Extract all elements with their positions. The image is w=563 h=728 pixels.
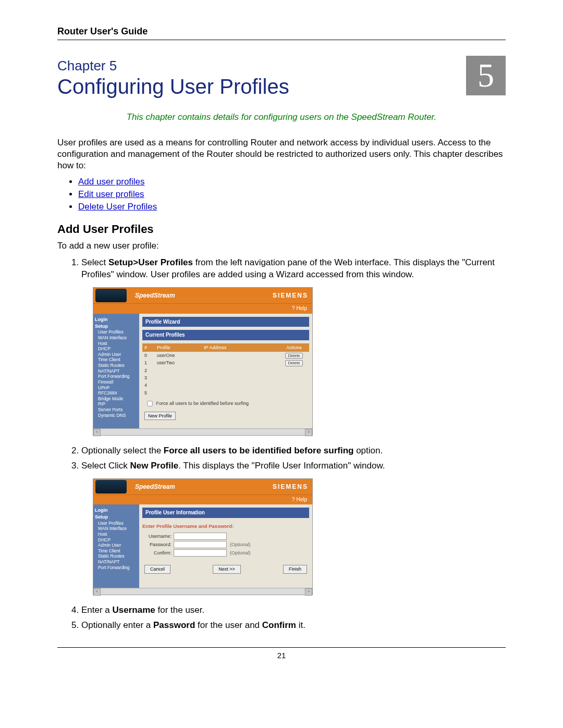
nav-item[interactable]: Server Ports [95,407,138,413]
step-4-bold: Username [113,605,155,615]
nav-item[interactable]: RIP [95,401,138,407]
step-1-bold: Setup>User Profiles [108,257,193,267]
nav-item[interactable]: Admin User [95,542,138,548]
table-row: 3 [142,374,309,381]
confirm-label: Confirm: [142,550,174,556]
delete-button[interactable]: Delete [285,353,302,359]
nav-item[interactable]: Port Forwarding [95,565,138,571]
router-device-icon [95,480,127,493]
password-row: Password: (Optional) [142,541,309,548]
password-input[interactable] [174,541,227,548]
nav-login[interactable]: Login [95,508,138,513]
col-ip: IP Address [204,344,281,351]
nav-item[interactable]: WAN Interface [95,335,138,341]
step-3-bold: New Profile [130,461,179,471]
chapter-number-badge: 5 [466,56,506,95]
intro-paragraph: User profiles are used as a means for co… [57,137,506,171]
scroll-right-icon[interactable]: > [305,429,312,436]
chapter-heading: Configuring User Profiles [57,75,289,98]
step-4-post: for the user. [155,605,205,615]
username-label: Username: [142,533,174,539]
toc-link-add[interactable]: Add user profiles [78,177,145,187]
table-row: 1 userTwo Delete [142,359,309,367]
footer-rule [57,647,506,648]
delete-button[interactable]: Delete [285,360,302,366]
left-nav: Login Setup User Profiles WAN Interface … [93,314,139,428]
nav-item[interactable]: Host [95,341,138,347]
cell-num: 1 [144,360,157,366]
new-profile-button[interactable]: New Profile [144,412,176,420]
nav-item[interactable]: Time Client [95,357,138,363]
nav-item[interactable]: Admin User [95,352,138,357]
cell-ip [204,360,281,366]
nav-item[interactable]: Host [95,532,138,537]
help-link[interactable]: ? Help [93,495,312,505]
step-5-pre: Optionally enter a [81,620,153,630]
nav-item[interactable]: Firewall [95,379,138,385]
next-button[interactable]: Next >> [213,565,241,573]
nav-item[interactable]: Static Routes [95,363,138,368]
cell-num: 5 [144,390,157,396]
section-lead: To add a new user profile: [57,240,506,252]
table-row: 0 userOne Delete [142,352,309,360]
scroll-left-icon[interactable]: < [93,429,101,436]
left-nav: Login Setup User Profiles WAN Interface … [93,504,139,588]
confirm-input[interactable] [174,549,227,557]
step-4-pre: Enter a [81,605,113,615]
nav-item[interactable]: Static Routes [95,553,138,559]
nav-item[interactable]: Time Client [95,548,138,554]
nav-item[interactable]: Port Forwarding [95,374,138,379]
cell-ip [204,352,281,359]
col-num: # [144,344,157,351]
table-row: 2 [142,367,309,374]
step-3-pre: Select Click [81,461,130,471]
scrollbar[interactable]: <> [93,428,312,435]
doc-header-title: Router User's Guide [57,26,506,37]
step-2-post: option. [353,446,383,455]
nav-login[interactable]: Login [95,317,138,323]
siemens-label: SIEMENS [273,483,308,491]
password-label: Password: [142,541,174,548]
nav-setup[interactable]: Setup [95,324,138,329]
current-profiles-bar: Current Profiles [142,330,309,340]
enter-label: Enter Profile Username and Password: [142,521,309,532]
nav-item[interactable]: DHCP [95,346,138,352]
nav-item[interactable]: Dynamic DNS [95,413,138,418]
username-input[interactable] [174,533,227,540]
table-row: 5 [142,389,309,397]
nav-item[interactable]: Bridge Mode [95,396,138,402]
nav-item[interactable]: UPnP [95,385,138,391]
scroll-right-icon[interactable]: > [305,588,312,596]
enter-hl: Username and Password [173,523,232,529]
cell-num: 4 [144,382,157,388]
scrollbar[interactable]: <> [93,588,312,595]
finish-button[interactable]: Finish [283,565,307,573]
nav-item[interactable]: User Profiles [95,329,138,335]
nav-item[interactable]: DHCP [95,537,138,543]
toc-link-edit[interactable]: Edit user profiles [78,189,144,199]
help-link[interactable]: ? Help [93,303,312,314]
profile-wizard-bar: Profile Wizard [142,317,309,327]
force-checkbox[interactable] [147,401,152,406]
nav-item[interactable]: WAN Interface [95,526,138,532]
step-1: Select Setup>User Profiles from the left… [81,257,506,435]
step-5-mid: for the user and [195,620,262,630]
cancel-button[interactable]: Cancel [144,565,170,573]
nav-item[interactable]: User Profiles [95,521,138,526]
toc-link-delete[interactable]: Delete User Profiles [78,202,157,212]
step-5-post: it. [296,620,305,630]
step-2-bold: Force all users to be identified before … [164,446,354,455]
enter-post: : [232,523,234,529]
cell-num: 3 [144,375,157,381]
table-row: 4 [142,381,309,389]
nav-item[interactable]: NAT/NAPT [95,368,138,374]
nav-setup[interactable]: Setup [95,514,138,520]
cell-profile: userOne [157,352,204,359]
nav-item[interactable]: RFC2684 [95,390,138,396]
confirm-row: Confirm: (Optional) [142,549,309,557]
step-2: Optionally select the Force all users to… [81,445,506,457]
scroll-left-icon[interactable]: < [93,588,101,596]
steps-list: Select Setup>User Profiles from the left… [57,257,506,632]
nav-item[interactable]: NAT/NAPT [95,559,138,565]
header-rule [57,40,506,40]
